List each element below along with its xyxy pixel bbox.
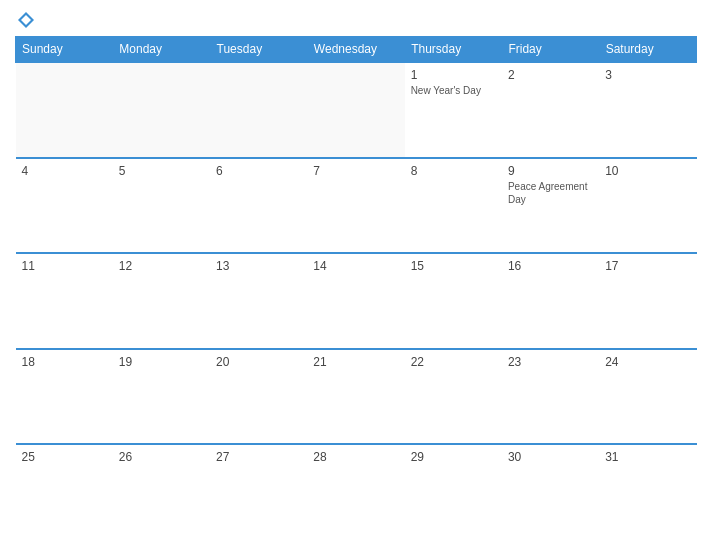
day-headers-row: SundayMondayTuesdayWednesdayThursdayFrid… [16, 37, 697, 63]
calendar-cell: 7 [307, 158, 404, 254]
calendar-cell: 3 [599, 62, 696, 158]
week-row-5: 25262728293031 [16, 444, 697, 540]
day-number: 13 [216, 259, 301, 273]
day-number: 6 [216, 164, 301, 178]
day-number: 11 [22, 259, 107, 273]
day-number: 28 [313, 450, 398, 464]
logo-icon [16, 10, 36, 30]
week-row-3: 11121314151617 [16, 253, 697, 349]
day-number: 23 [508, 355, 593, 369]
calendar-cell: 13 [210, 253, 307, 349]
calendar-cell: 19 [113, 349, 210, 445]
day-number: 20 [216, 355, 301, 369]
day-number: 24 [605, 355, 690, 369]
holiday-label: New Year's Day [411, 84, 496, 97]
day-number: 8 [411, 164, 496, 178]
calendar-cell [113, 62, 210, 158]
day-number: 27 [216, 450, 301, 464]
calendar-cell [16, 62, 113, 158]
day-number: 31 [605, 450, 690, 464]
calendar-header [15, 10, 697, 30]
day-number: 10 [605, 164, 690, 178]
day-number: 1 [411, 68, 496, 82]
calendar-cell: 23 [502, 349, 599, 445]
calendar-cell: 26 [113, 444, 210, 540]
day-number: 26 [119, 450, 204, 464]
day-header-sunday: Sunday [16, 37, 113, 63]
week-row-2: 456789Peace Agreement Day10 [16, 158, 697, 254]
calendar-cell: 25 [16, 444, 113, 540]
calendar-cell: 24 [599, 349, 696, 445]
calendar-cell: 20 [210, 349, 307, 445]
day-number: 2 [508, 68, 593, 82]
day-header-tuesday: Tuesday [210, 37, 307, 63]
calendar-cell: 31 [599, 444, 696, 540]
calendar-cell: 22 [405, 349, 502, 445]
day-number: 5 [119, 164, 204, 178]
day-number: 4 [22, 164, 107, 178]
calendar-cell: 29 [405, 444, 502, 540]
day-number: 29 [411, 450, 496, 464]
day-header-friday: Friday [502, 37, 599, 63]
day-number: 25 [22, 450, 107, 464]
day-number: 21 [313, 355, 398, 369]
logo [15, 10, 36, 30]
calendar-cell: 10 [599, 158, 696, 254]
holiday-label: Peace Agreement Day [508, 180, 593, 206]
calendar-cell: 1New Year's Day [405, 62, 502, 158]
calendar-cell: 8 [405, 158, 502, 254]
day-header-wednesday: Wednesday [307, 37, 404, 63]
calendar-container: SundayMondayTuesdayWednesdayThursdayFrid… [0, 0, 712, 550]
day-number: 12 [119, 259, 204, 273]
calendar-cell: 12 [113, 253, 210, 349]
day-number: 18 [22, 355, 107, 369]
day-header-saturday: Saturday [599, 37, 696, 63]
day-number: 14 [313, 259, 398, 273]
calendar-cell: 28 [307, 444, 404, 540]
calendar-cell: 14 [307, 253, 404, 349]
calendar-table: SundayMondayTuesdayWednesdayThursdayFrid… [15, 36, 697, 540]
week-row-4: 18192021222324 [16, 349, 697, 445]
calendar-cell: 16 [502, 253, 599, 349]
calendar-cell: 11 [16, 253, 113, 349]
day-number: 7 [313, 164, 398, 178]
calendar-cell: 9Peace Agreement Day [502, 158, 599, 254]
calendar-cell: 15 [405, 253, 502, 349]
day-header-monday: Monday [113, 37, 210, 63]
day-number: 17 [605, 259, 690, 273]
day-number: 19 [119, 355, 204, 369]
calendar-cell: 5 [113, 158, 210, 254]
week-row-1: 1New Year's Day23 [16, 62, 697, 158]
calendar-cell: 2 [502, 62, 599, 158]
day-number: 16 [508, 259, 593, 273]
day-number: 9 [508, 164, 593, 178]
calendar-cell: 4 [16, 158, 113, 254]
calendar-cell: 18 [16, 349, 113, 445]
calendar-cell [307, 62, 404, 158]
day-number: 30 [508, 450, 593, 464]
day-number: 3 [605, 68, 690, 82]
calendar-cell: 21 [307, 349, 404, 445]
calendar-cell: 17 [599, 253, 696, 349]
day-header-thursday: Thursday [405, 37, 502, 63]
day-number: 22 [411, 355, 496, 369]
calendar-cell: 27 [210, 444, 307, 540]
day-number: 15 [411, 259, 496, 273]
calendar-cell: 30 [502, 444, 599, 540]
calendar-cell: 6 [210, 158, 307, 254]
calendar-cell [210, 62, 307, 158]
